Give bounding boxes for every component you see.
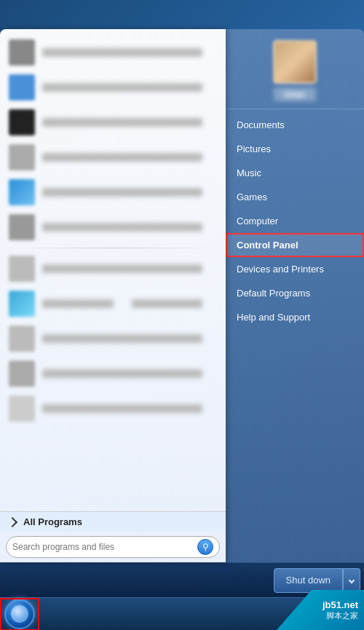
all-programs-arrow-icon xyxy=(7,517,17,527)
all-programs-item[interactable]: All Programs xyxy=(0,511,226,532)
app-label xyxy=(42,83,202,92)
search-input[interactable] xyxy=(12,542,197,552)
app-label xyxy=(42,188,202,197)
watermark-bg: jb51.net 脚本之家 xyxy=(277,590,364,630)
right-menu-item-computer[interactable]: Computer xyxy=(226,209,364,233)
app-label xyxy=(42,404,202,413)
right-menu-items: Documents Pictures Music Games Computer … xyxy=(226,109,364,562)
app-icon xyxy=(9,144,35,170)
start-orb xyxy=(4,599,35,629)
app-icon xyxy=(9,179,35,205)
watermark: jb51.net 脚本之家 xyxy=(277,590,364,630)
watermark-line1: jb51.net xyxy=(323,599,358,610)
app-label xyxy=(42,369,202,378)
user-section: User xyxy=(226,29,364,109)
avatar xyxy=(273,40,317,84)
list-item[interactable] xyxy=(0,356,226,391)
right-menu-item-devices[interactable]: Devices and Printers xyxy=(226,257,364,281)
right-panel: User Documents Pictures Music Games Comp… xyxy=(226,29,364,562)
app-icon xyxy=(9,291,35,317)
menu-separator xyxy=(9,248,217,248)
pinned-section xyxy=(0,29,226,511)
app-icon xyxy=(9,326,35,352)
right-menu-item-help[interactable]: Help and Support xyxy=(226,305,364,329)
app-label xyxy=(42,118,202,127)
list-item[interactable] xyxy=(0,140,226,175)
app-icon xyxy=(9,395,35,422)
list-item[interactable] xyxy=(0,35,226,70)
app-label xyxy=(42,223,202,232)
search-icon: ⚲ xyxy=(202,542,209,552)
shutdown-chevron-icon xyxy=(349,577,355,583)
all-programs-label: All Programs xyxy=(23,516,82,527)
app-icon xyxy=(9,256,35,282)
app-label xyxy=(42,334,202,343)
user-name: User xyxy=(274,87,317,101)
list-item[interactable] xyxy=(0,175,226,210)
start-button[interactable] xyxy=(0,598,39,631)
list-item[interactable] xyxy=(0,251,226,286)
search-button[interactable]: ⚲ xyxy=(197,539,213,555)
app-label xyxy=(42,299,114,308)
right-menu-item-games[interactable]: Games xyxy=(226,185,364,209)
list-item[interactable] xyxy=(0,391,226,426)
app-icon xyxy=(9,39,35,66)
list-item[interactable] xyxy=(0,286,226,321)
right-menu-item-music[interactable]: Music xyxy=(226,161,364,185)
shutdown-button[interactable]: Shut down xyxy=(274,568,343,593)
right-menu-item-control-panel[interactable]: Control Panel xyxy=(226,233,364,257)
list-item[interactable] xyxy=(0,105,226,140)
start-menu-panel: All Programs ⚲ User Documents Pictures M… xyxy=(0,29,364,562)
list-item[interactable] xyxy=(0,70,226,105)
app-label xyxy=(42,264,202,273)
shutdown-arrow-button[interactable] xyxy=(343,568,360,593)
left-panel: All Programs ⚲ xyxy=(0,29,226,562)
app-label xyxy=(42,48,202,57)
watermark-line2: 脚本之家 xyxy=(326,610,358,621)
search-bar[interactable]: ⚲ xyxy=(6,536,220,558)
app-icon xyxy=(9,109,35,135)
right-menu-item-pictures[interactable]: Pictures xyxy=(226,137,364,161)
app-icon xyxy=(9,74,35,101)
right-menu-item-documents[interactable]: Documents xyxy=(226,113,364,137)
start-menu: All Programs ⚲ User Documents Pictures M… xyxy=(0,29,364,597)
right-menu-item-default-programs[interactable]: Default Programs xyxy=(226,281,364,305)
start-orb-inner xyxy=(11,605,28,623)
app-label2 xyxy=(132,299,203,308)
app-icon xyxy=(9,361,35,387)
app-icon xyxy=(9,214,35,240)
app-label xyxy=(42,153,202,162)
list-item[interactable] xyxy=(0,210,226,245)
list-item[interactable] xyxy=(0,321,226,356)
